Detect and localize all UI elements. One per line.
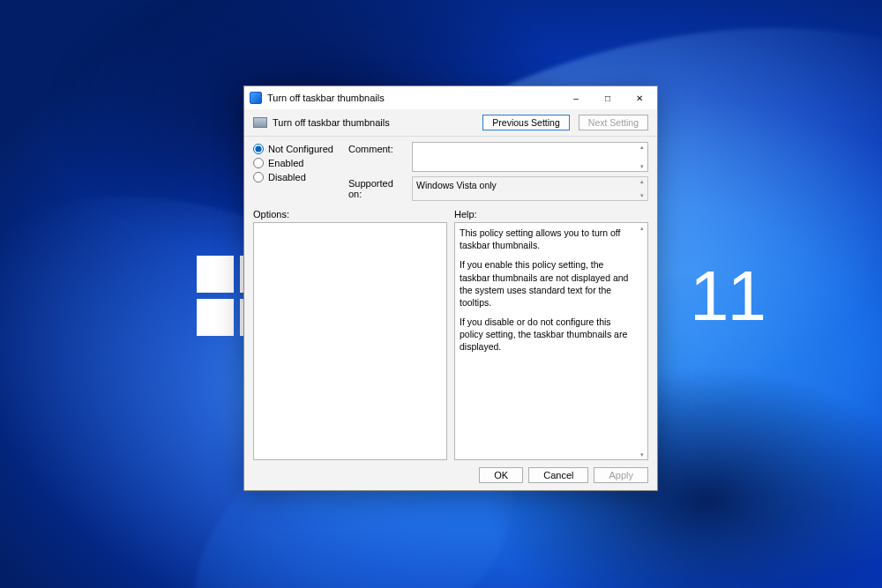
- comment-scroll-icon: ▴▾: [637, 144, 647, 170]
- subheader: Turn off taskbar thumbnails Previous Set…: [244, 109, 657, 137]
- windows-version-text: 11: [690, 261, 765, 331]
- radio-not-configured-input[interactable]: [253, 144, 264, 154]
- radio-not-configured-label: Not Configured: [268, 144, 333, 154]
- help-scroll-icon: ▴▾: [637, 224, 647, 458]
- cancel-button[interactable]: Cancel: [528, 467, 588, 483]
- comment-field[interactable]: ▴▾: [412, 142, 648, 172]
- comment-label: Comment:: [348, 142, 407, 154]
- help-header: Help:: [454, 209, 648, 220]
- titlebar-title: Turn off taskbar thumbnails: [267, 93, 560, 103]
- radio-disabled-label: Disabled: [268, 172, 306, 182]
- policy-icon: [253, 117, 267, 128]
- help-text-3: If you disable or do not configure this …: [460, 316, 635, 354]
- state-radio-group: Not Configured Enabled Disabled: [253, 142, 341, 205]
- supported-field: Windows Vista only ▴▾: [412, 176, 648, 201]
- apply-button[interactable]: Apply: [594, 467, 648, 483]
- policy-title: Turn off taskbar thumbnails: [273, 117, 474, 128]
- state-comment-row: Not Configured Enabled Disabled Comment:…: [244, 137, 657, 205]
- supported-value: Windows Vista only: [416, 180, 497, 190]
- previous-setting-button[interactable]: Previous Setting: [482, 115, 569, 130]
- options-help-row: Options: Help: This policy setting allow…: [244, 205, 657, 460]
- radio-enabled[interactable]: Enabled: [253, 158, 341, 168]
- policy-dialog: Turn off taskbar thumbnails – □ ✕ Turn o…: [243, 86, 658, 491]
- radio-enabled-label: Enabled: [268, 158, 303, 168]
- help-text-1: This policy setting allows you to turn o…: [460, 227, 635, 251]
- ok-button[interactable]: OK: [479, 467, 523, 483]
- radio-disabled[interactable]: Disabled: [253, 172, 341, 182]
- help-panel[interactable]: This policy setting allows you to turn o…: [454, 222, 648, 460]
- help-text-2: If you enable this policy setting, the t…: [460, 258, 635, 309]
- options-panel[interactable]: [253, 222, 447, 460]
- radio-not-configured[interactable]: Not Configured: [253, 144, 341, 154]
- radio-disabled-input[interactable]: [253, 172, 264, 182]
- radio-enabled-input[interactable]: [253, 158, 264, 168]
- minimize-button[interactable]: –: [560, 86, 592, 109]
- titlebar-icon: [250, 92, 262, 104]
- dialog-footer: OK Cancel Apply: [244, 460, 657, 490]
- close-button[interactable]: ✕: [624, 86, 655, 109]
- options-header: Options:: [253, 209, 447, 220]
- titlebar[interactable]: Turn off taskbar thumbnails – □ ✕: [244, 86, 657, 109]
- maximize-button[interactable]: □: [592, 86, 624, 109]
- supported-label: Supported on:: [348, 176, 407, 199]
- supported-scroll-icon: ▴▾: [637, 178, 647, 199]
- next-setting-button[interactable]: Next Setting: [579, 115, 648, 130]
